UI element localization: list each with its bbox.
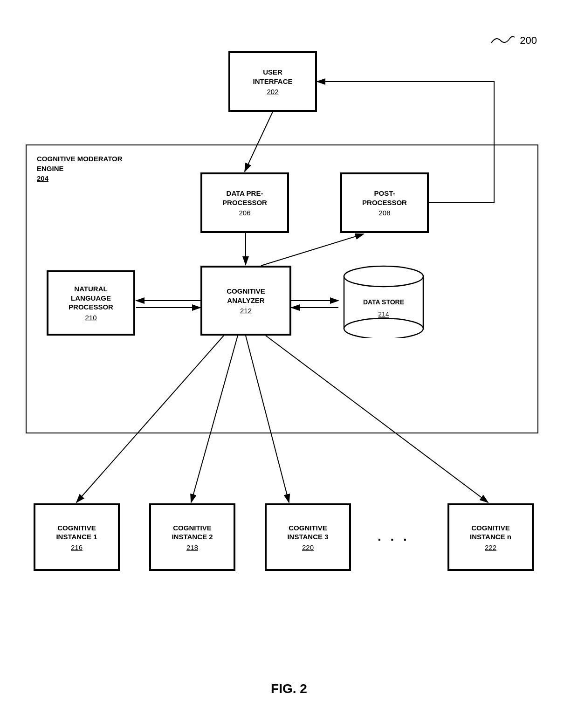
data-store-cylinder: DATA STORE 214 bbox=[339, 263, 428, 338]
cognitive-analyzer-label: COGNITIVEANALYZER bbox=[227, 287, 265, 305]
cognitive-instance-3-box: COGNITIVEINSTANCE 3 220 bbox=[265, 503, 351, 571]
data-preprocessor-box: DATA PRE-PROCESSOR 206 bbox=[200, 172, 289, 233]
svg-point-1 bbox=[344, 318, 423, 338]
data-preprocessor-num: 206 bbox=[239, 209, 250, 217]
cognitive-instance-2-num: 218 bbox=[186, 543, 198, 551]
ref-number: 200 bbox=[520, 34, 537, 47]
cognitive-instance-2-box: COGNITIVEINSTANCE 2 218 bbox=[149, 503, 235, 571]
post-processor-num: 208 bbox=[378, 209, 390, 217]
figure-label: FIG. 2 bbox=[271, 681, 307, 696]
cognitive-instance-2-label: COGNITIVEINSTANCE 2 bbox=[172, 523, 213, 542]
cognitive-instance-1-label: COGNITIVEINSTANCE 1 bbox=[56, 523, 97, 542]
post-processor-label: POST-PROCESSOR bbox=[362, 189, 407, 207]
user-interface-label: USERINTERFACE bbox=[253, 68, 292, 86]
post-processor-box: POST-PROCESSOR 208 bbox=[340, 172, 429, 233]
ellipsis: . . . bbox=[378, 529, 410, 544]
cognitive-instance-n-label: COGNITIVEINSTANCE n bbox=[470, 523, 511, 542]
svg-text:DATA STORE: DATA STORE bbox=[363, 298, 404, 306]
cognitive-moderator-label: COGNITIVE MODERATORENGINE204 bbox=[37, 154, 123, 183]
nlp-label: NATURALLANGUAGEPROCESSOR bbox=[69, 284, 113, 312]
cognitive-instance-1-box: COGNITIVEINSTANCE 1 216 bbox=[34, 503, 120, 571]
cognitive-instance-n-box: COGNITIVEINSTANCE n 222 bbox=[447, 503, 534, 571]
ref-200: 200 bbox=[489, 34, 537, 48]
diagram-container: 200 USERINTERFACE 202 COGNITIVE MODERATO… bbox=[0, 0, 578, 728]
cognitive-instance-1-num: 216 bbox=[71, 543, 83, 551]
nlp-box: NATURALLANGUAGEPROCESSOR 210 bbox=[47, 270, 135, 336]
nlp-num: 210 bbox=[85, 314, 96, 322]
svg-text:214: 214 bbox=[378, 310, 389, 318]
cognitive-instance-3-num: 220 bbox=[302, 543, 314, 551]
user-interface-box: USERINTERFACE 202 bbox=[228, 51, 317, 112]
svg-point-2 bbox=[344, 266, 423, 287]
cognitive-instance-n-num: 222 bbox=[485, 543, 496, 551]
cognitive-instance-3-label: COGNITIVEINSTANCE 3 bbox=[287, 523, 328, 542]
cognitive-analyzer-box: COGNITIVEANALYZER 212 bbox=[200, 266, 291, 336]
user-interface-num: 202 bbox=[267, 88, 278, 96]
cognitive-analyzer-num: 212 bbox=[240, 307, 252, 315]
data-preprocessor-label: DATA PRE-PROCESSOR bbox=[222, 189, 267, 207]
